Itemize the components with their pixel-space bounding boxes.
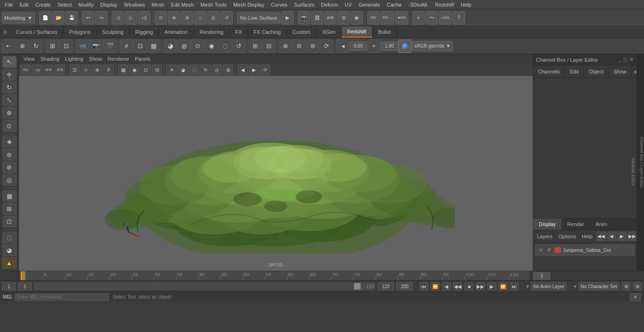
snapshot-btn[interactable]: 📷 [298,11,310,24]
layer-arrow-left-btn[interactable]: ◀◀ [596,232,606,241]
vp-uv-btn[interactable]: ⊡ [140,65,151,75]
rotate-btn[interactable]: ↻ [29,40,42,53]
dra-tab-display[interactable]: Display [533,219,561,230]
workspace-dropdown[interactable]: Modeling ▼ [2,12,35,24]
menu-mesh-tools[interactable]: Mesh Tools [198,1,229,8]
attribute-editor-strip-label[interactable]: Attribute Editor [631,156,636,188]
layer-arrow-right-btn[interactable]: ▶ [617,232,627,241]
arrow-left-icon[interactable]: ◀ [336,40,349,53]
ipr-btn[interactable]: IPR [324,11,337,24]
menu-display[interactable]: Display [98,1,120,8]
snap-curve-btn[interactable]: ⊡ [59,40,73,53]
tab-rigging[interactable]: Rigging [130,26,159,38]
menu-edit-mesh[interactable]: Edit Mesh [168,1,197,8]
play-fwd-btn[interactable]: ▶▶ [476,282,485,291]
scale-tool-left-btn[interactable]: ⤡ [2,94,17,106]
snap-grid-btn[interactable]: ⊞ [46,40,59,53]
prev-key-btn[interactable]: ◀ [442,282,451,291]
no-anim-layer-dropdown[interactable]: No Anim Layer [531,282,567,291]
vp-poly-btn[interactable]: ▦ [118,65,128,75]
max-frame-input[interactable] [396,282,413,291]
measure-btn[interactable]: ⊡ [2,216,17,227]
layers-menu-help[interactable]: Help [580,234,594,239]
anim-settings-btn[interactable]: ⚙ [621,282,631,291]
layer-arrow-mid-btn[interactable]: ◀ [607,232,616,241]
undo-btn[interactable]: ↩ [82,11,94,24]
pr-btn1[interactable]: PR [367,11,380,24]
move-tool-left-btn[interactable]: ✛ [2,69,17,81]
open-file-btn[interactable]: 📂 [52,11,65,24]
vp-arrow-left-btn[interactable]: ◀ [238,65,248,75]
vis-btn1[interactable]: ⊞ [248,40,262,53]
vp-motion-btn[interactable]: ↻ [200,65,211,75]
menu-file[interactable]: File [2,1,16,8]
lasso-left-btn[interactable]: ⊚ [2,148,17,160]
tool6-btn[interactable]: ↺ [221,11,233,24]
universal-tool-left-btn[interactable]: ⊕ [2,107,17,119]
tab-rendering[interactable]: Rendering [194,26,230,38]
vp-shadow-btn[interactable]: ◕ [178,65,188,75]
shade-btn6[interactable]: ↺ [232,40,245,53]
cam-btn3[interactable]: 🎬 [103,40,116,53]
shade-btn3[interactable]: ⊙ [191,40,204,53]
vp-ao-btn[interactable]: ◌ [189,65,199,75]
tab-fx-caching[interactable]: FX Caching [248,26,287,38]
tool4-btn[interactable]: ○ [194,11,206,24]
script-editor-btn[interactable]: ≡ [630,293,641,301]
snap-btn[interactable]: ◎ [2,174,17,186]
vp-rv-btn[interactable]: RV [21,65,31,75]
vp-snap-btn[interactable]: ⊹ [81,65,91,75]
menu-select[interactable]: Select [55,1,75,8]
vp-sym-btn[interactable]: ⊟ [152,65,162,75]
dish-btn[interactable]: ⌖ [413,11,425,24]
save-btn[interactable]: 💾 [66,11,78,24]
vis-btn3[interactable]: ⊕ [279,40,292,53]
new-file-btn[interactable]: 📄 [39,11,51,24]
vis-btn2[interactable]: ⊟ [262,40,275,53]
tab-redshift[interactable]: Redshift [342,26,372,38]
vp-rotate-cam-btn[interactable]: ⟳ [260,65,271,75]
shade-btn4[interactable]: ◉ [205,40,218,53]
paint-select-btn[interactable]: ⊕ [168,11,180,24]
prev-frame-btn[interactable]: ⏪ [430,282,440,291]
no-char-set-dropdown[interactable]: No Character Set [578,282,619,291]
current-frame-input[interactable] [533,272,550,280]
vp-gate-btn[interactable]: ⊞ [223,65,233,75]
vp-sel-btn[interactable]: ☰ [69,65,80,75]
dra-tab-anim[interactable]: Anim [590,219,613,230]
live-surface-btn[interactable]: No Live Surface [237,12,281,24]
menu-generate[interactable]: Generate [355,1,383,8]
tab-polygons[interactable]: Polygons [63,26,96,38]
render-btn[interactable]: ▦ [147,40,160,53]
ch-tab-object[interactable]: Object [584,65,609,77]
shade-btn2[interactable]: ◍ [177,40,190,53]
vis-btn5[interactable]: ⊚ [306,40,319,53]
render-view-btn[interactable]: 🖼 [311,11,323,24]
char-set-settings-btn[interactable]: ⚙ [633,282,642,291]
rs-ipr-btn[interactable]: ⊞ [338,11,350,24]
pr-btn2[interactable]: PR→ [380,11,394,24]
color-space-dropdown[interactable]: sRGB gamma ▼ [412,41,453,51]
log-btn[interactable]: LOG [439,11,452,24]
ch-tab-show[interactable]: Show [609,65,632,77]
expand-icon[interactable]: ◻ [623,57,627,63]
next-key-btn[interactable]: ▶ [487,282,496,291]
minimize-icon[interactable]: _ [619,57,621,63]
grid-vis-btn[interactable]: ⊞ [2,203,17,215]
question-btn[interactable]: ? [453,11,465,24]
tab-fx[interactable]: FX [230,26,248,38]
vp-ipr-btn[interactable]: IPR [43,65,54,75]
menu-redshift[interactable]: Redshift [432,1,457,8]
layers-menu-options[interactable]: Options [556,234,578,239]
tab-settings-btn[interactable]: ⚙ [0,26,10,38]
range-slider[interactable]: 120 [34,283,375,290]
vp-menu-shading[interactable]: Shading [39,56,61,62]
tool3-btn[interactable]: ⊛ [181,11,193,24]
menu-cache[interactable]: Cache [384,1,405,8]
menu-edit[interactable]: Edit [17,1,32,8]
layout-btn[interactable]: ▦ [2,190,17,202]
menu-windows[interactable]: Windows [121,1,148,8]
viewport-content[interactable]: Y X Z persp [19,76,533,271]
wire-btn[interactable]: ⊡ [133,40,147,53]
layer-arrow-end-btn[interactable]: ▶▶ [627,232,637,241]
